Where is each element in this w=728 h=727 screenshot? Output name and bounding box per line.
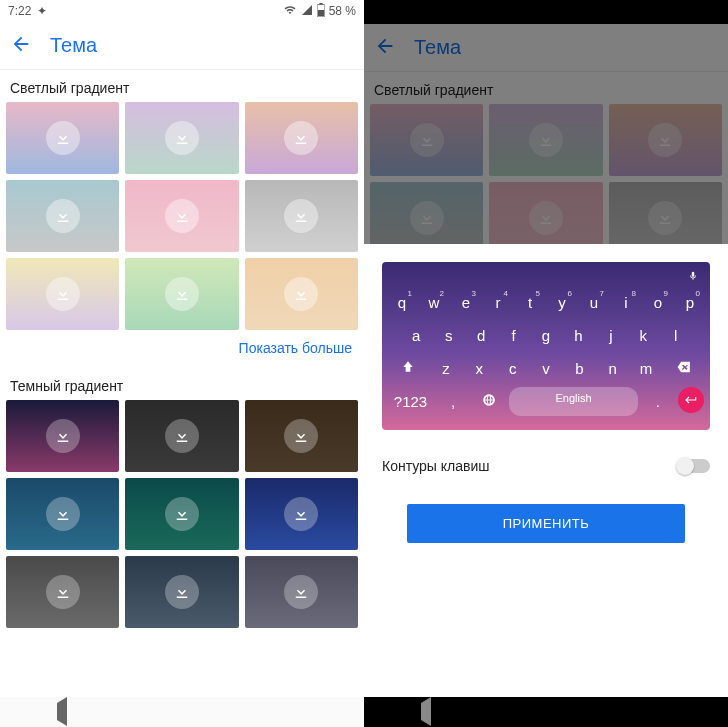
period-key[interactable]: .: [642, 387, 674, 416]
download-icon: [165, 277, 199, 311]
show-more-link[interactable]: Показать больше: [0, 330, 364, 368]
keyboard-preview: q1w2e3r4t5y6u7i8o9p0 asdfghjkl zxcvbnm ?…: [382, 262, 710, 430]
theme-tile[interactable]: [125, 180, 238, 252]
theme-tile[interactable]: [6, 556, 119, 628]
key-j[interactable]: j: [597, 321, 625, 350]
shift-key[interactable]: [388, 354, 427, 383]
key-borders-toggle[interactable]: [678, 459, 710, 473]
key-i[interactable]: i8: [612, 288, 640, 317]
theme-tile[interactable]: [245, 556, 358, 628]
key-o[interactable]: o9: [644, 288, 672, 317]
theme-tile[interactable]: [6, 102, 119, 174]
download-icon: [46, 419, 80, 453]
wifi-icon: [283, 4, 297, 19]
download-icon: [284, 497, 318, 531]
key-e[interactable]: e3: [452, 288, 480, 317]
download-icon: [165, 419, 199, 453]
numkey[interactable]: ?123: [388, 387, 433, 416]
key-l[interactable]: l: [662, 321, 690, 350]
enter-key[interactable]: [678, 387, 704, 413]
download-icon: [284, 121, 318, 155]
key-h[interactable]: h: [564, 321, 592, 350]
theme-tile[interactable]: [6, 180, 119, 252]
theme-tile[interactable]: [245, 478, 358, 550]
back-icon[interactable]: [10, 33, 32, 59]
theme-tile[interactable]: [245, 102, 358, 174]
nav-bar: [364, 697, 728, 727]
apply-button[interactable]: ПРИМЕНИТЬ: [407, 504, 686, 543]
key-q[interactable]: q1: [388, 288, 416, 317]
signal-icon: [301, 4, 313, 19]
download-icon: [165, 199, 199, 233]
mic-icon: [688, 267, 698, 285]
key-b[interactable]: b: [565, 354, 594, 383]
theme-tile[interactable]: [6, 258, 119, 330]
theme-preview-sheet: q1w2e3r4t5y6u7i8o9p0 asdfghjkl zxcvbnm ?…: [364, 244, 728, 697]
theme-tile[interactable]: [125, 102, 238, 174]
appbar: Тема: [0, 22, 364, 70]
theme-tile[interactable]: [245, 258, 358, 330]
theme-tile[interactable]: [125, 478, 238, 550]
download-icon: [165, 497, 199, 531]
comma-key[interactable]: ,: [437, 387, 469, 416]
battery-icon: [317, 3, 325, 20]
section-light-title: Светлый градиент: [0, 70, 364, 102]
theme-tile[interactable]: [125, 400, 238, 472]
theme-tile[interactable]: [245, 180, 358, 252]
nav-back-icon[interactable]: [421, 703, 431, 721]
status-time: 7:22: [8, 4, 31, 18]
key-borders-label: Контуры клавиш: [382, 458, 678, 474]
key-t[interactable]: t5: [516, 288, 544, 317]
phone-right: Тема Светлый градиент q1w2e3r4t5y6u7i8o9…: [364, 0, 728, 727]
nav-back-icon[interactable]: [57, 703, 67, 721]
theme-tile[interactable]: [245, 400, 358, 472]
download-icon: [165, 575, 199, 609]
globe-key[interactable]: [473, 387, 505, 416]
theme-tile[interactable]: [6, 478, 119, 550]
download-icon: [284, 575, 318, 609]
download-icon: [46, 277, 80, 311]
svg-rect-2: [318, 10, 324, 16]
key-n[interactable]: n: [598, 354, 627, 383]
theme-tile[interactable]: [6, 400, 119, 472]
section-dark-title: Темный градиент: [0, 368, 364, 400]
status-bar: 7:22 ✦ 58 %: [0, 0, 364, 22]
nav-bar: [0, 697, 364, 727]
backspace-key[interactable]: [665, 354, 704, 383]
key-m[interactable]: m: [631, 354, 660, 383]
download-icon: [46, 497, 80, 531]
theme-tile[interactable]: [125, 258, 238, 330]
key-z[interactable]: z: [431, 354, 460, 383]
key-r[interactable]: r4: [484, 288, 512, 317]
key-g[interactable]: g: [532, 321, 560, 350]
key-c[interactable]: c: [498, 354, 527, 383]
key-s[interactable]: s: [434, 321, 462, 350]
app-icon: ✦: [37, 4, 47, 18]
light-gradient-grid: [0, 102, 364, 330]
download-icon: [46, 575, 80, 609]
key-u[interactable]: u7: [580, 288, 608, 317]
download-icon: [46, 121, 80, 155]
download-icon: [284, 277, 318, 311]
key-w[interactable]: w2: [420, 288, 448, 317]
key-y[interactable]: y6: [548, 288, 576, 317]
dark-gradient-grid: [0, 400, 364, 628]
key-d[interactable]: d: [467, 321, 495, 350]
download-icon: [284, 199, 318, 233]
key-x[interactable]: x: [465, 354, 494, 383]
key-k[interactable]: k: [629, 321, 657, 350]
key-a[interactable]: a: [402, 321, 430, 350]
space-key[interactable]: English: [509, 387, 638, 416]
key-borders-row: Контуры клавиш: [382, 458, 710, 474]
download-icon: [284, 419, 318, 453]
page-title: Тема: [50, 34, 97, 57]
key-f[interactable]: f: [499, 321, 527, 350]
phone-left: 7:22 ✦ 58 % Тема Светлый градиент Показа…: [0, 0, 364, 727]
key-v[interactable]: v: [531, 354, 560, 383]
download-icon: [165, 121, 199, 155]
theme-tile[interactable]: [125, 556, 238, 628]
battery-percent: 58 %: [329, 4, 356, 18]
key-p[interactable]: p0: [676, 288, 704, 317]
download-icon: [46, 199, 80, 233]
